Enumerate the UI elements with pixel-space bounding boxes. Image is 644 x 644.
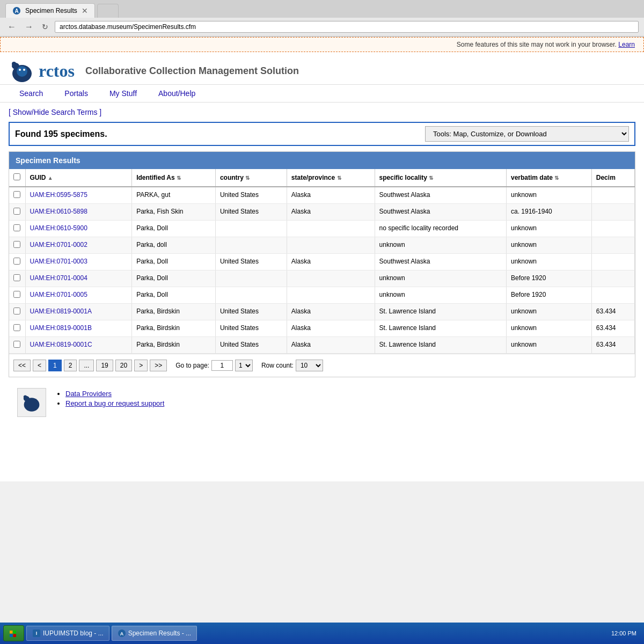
row-checkbox[interactable]: [13, 274, 20, 281]
row-count-select[interactable]: 10 25 50 100: [296, 360, 323, 371]
nav-my-stuff[interactable]: My Stuff: [99, 85, 148, 102]
col-decimal[interactable]: Decim: [591, 169, 634, 187]
row-specific-locality: St. Lawrence Island: [375, 320, 506, 337]
col-state-province[interactable]: state/province ⇅: [287, 169, 375, 187]
row-checkbox[interactable]: [13, 224, 20, 231]
guid-link[interactable]: UAM:EH:0701-0004: [30, 274, 87, 282]
back-button[interactable]: ←: [5, 21, 18, 33]
footer-bug-report-link[interactable]: Report a bug or request support: [65, 399, 164, 407]
row-guid: UAM:EH:0610-5898: [25, 204, 132, 221]
forward-button[interactable]: →: [23, 21, 35, 33]
table-row: UAM:EH:0819-0001A Parka, Birdskin United…: [9, 304, 635, 320]
col-guid[interactable]: GUID ▲: [25, 169, 132, 187]
last-page-button[interactable]: >>: [150, 360, 167, 371]
row-verbatim-date: unknown: [507, 304, 592, 320]
guid-link[interactable]: UAM:EH:0595-5875: [30, 191, 87, 199]
address-bar: ← → ↻: [0, 18, 644, 36]
row-state-province: [287, 237, 375, 254]
row-checkbox[interactable]: [13, 208, 20, 215]
page-19-button[interactable]: 19: [96, 360, 113, 371]
row-checkbox[interactable]: [13, 241, 20, 248]
page-20-button[interactable]: 20: [115, 360, 132, 371]
show-hide-link[interactable]: [ Show/Hide Search Terms ]: [9, 108, 101, 116]
guid-link[interactable]: UAM:EH:0701-0005: [30, 291, 87, 298]
first-page-button[interactable]: <<: [13, 360, 31, 371]
guid-link[interactable]: UAM:EH:0610-5898: [30, 208, 87, 215]
guid-link[interactable]: UAM:EH:0701-0003: [30, 258, 87, 265]
row-checkbox[interactable]: [13, 308, 20, 314]
svg-point-7: [23, 69, 25, 71]
svg-point-5: [17, 66, 27, 77]
row-specific-locality: Southwest Alaska: [375, 204, 506, 221]
new-tab-button[interactable]: [97, 4, 119, 18]
row-identified-as: Parka, Doll: [132, 221, 216, 237]
guid-link[interactable]: UAM:EH:0819-0001A: [30, 308, 92, 315]
row-checkbox-cell[interactable]: [9, 221, 25, 237]
page-select[interactable]: 1: [235, 360, 253, 371]
row-checkbox-cell[interactable]: [9, 320, 25, 337]
row-specific-locality: Southwest Alaska: [375, 254, 506, 270]
guid-link[interactable]: UAM:EH:0610-5900: [30, 224, 87, 232]
table-row: UAM:EH:0610-5900 Parka, Doll no specific…: [9, 221, 635, 237]
active-tab[interactable]: A Specimen Results ✕: [5, 3, 95, 18]
pagination: << < 1 2 ... 19 20 > >> Go to page: 1 Ro…: [9, 354, 635, 377]
row-checkbox-cell[interactable]: [9, 254, 25, 270]
footer-data-providers-link[interactable]: Data Providers: [65, 390, 112, 398]
row-checkbox-cell[interactable]: [9, 337, 25, 354]
table-row: UAM:EH:0819-0001B Parka, Birdskin United…: [9, 320, 635, 337]
logo-area: rctos: [9, 57, 75, 84]
page-1-button[interactable]: 1: [48, 360, 62, 371]
row-identified-as: Parka, doll: [132, 237, 216, 254]
row-guid: UAM:EH:0595-5875: [25, 187, 132, 204]
col-country[interactable]: country ⇅: [215, 169, 287, 187]
row-guid: UAM:EH:0701-0004: [25, 270, 132, 287]
row-checkbox[interactable]: [13, 341, 20, 348]
guid-link[interactable]: UAM:EH:0819-0001B: [30, 324, 92, 332]
footer: Data Providers Report a bug or request s…: [9, 383, 635, 422]
row-checkbox-cell[interactable]: [9, 287, 25, 304]
row-country: United States: [215, 204, 287, 221]
row-country: United States: [215, 304, 287, 320]
nav-portals[interactable]: Portals: [54, 85, 99, 102]
nav-about-help[interactable]: About/Help: [148, 85, 206, 102]
next-page-button[interactable]: >: [134, 360, 148, 371]
row-checkbox[interactable]: [13, 258, 20, 265]
col-specific-locality[interactable]: specific locality ⇅: [375, 169, 506, 187]
tab-close-button[interactable]: ✕: [82, 6, 88, 15]
reload-button[interactable]: ↻: [40, 21, 50, 32]
row-checkbox-cell[interactable]: [9, 204, 25, 221]
row-checkbox-cell[interactable]: [9, 237, 25, 254]
row-specific-locality: unknown: [375, 287, 506, 304]
table-row: UAM:EH:0701-0003 Parka, Doll United Stat…: [9, 254, 635, 270]
address-input[interactable]: [55, 21, 639, 33]
row-checkbox-cell[interactable]: [9, 304, 25, 320]
prev-page-button[interactable]: <: [33, 360, 46, 371]
guid-link[interactable]: UAM:EH:0701-0002: [30, 241, 87, 248]
select-all-checkbox[interactable]: [13, 173, 20, 180]
select-all-header[interactable]: [9, 169, 25, 187]
row-identified-as: Parka, Doll: [132, 287, 216, 304]
row-state-province: Alaska: [287, 187, 375, 204]
nav-search[interactable]: Search: [9, 85, 54, 102]
tab-favicon: A: [12, 6, 21, 15]
row-state-province: [287, 270, 375, 287]
row-guid: UAM:EH:0701-0005: [25, 287, 132, 304]
row-checkbox[interactable]: [13, 324, 20, 331]
table-header-bar: Specimen Results: [9, 152, 635, 169]
row-specific-locality: St. Lawrence Island: [375, 304, 506, 320]
row-country: [215, 221, 287, 237]
site-header: rctos Collaborative Collection Managemen…: [0, 52, 644, 85]
page-2-button[interactable]: 2: [64, 360, 77, 371]
row-specific-locality: no specific locality recorded: [375, 221, 506, 237]
row-count-label: Row count:: [261, 362, 294, 369]
tools-select[interactable]: Tools: Map, Customize, or Download: [425, 126, 629, 142]
go-to-input[interactable]: [211, 360, 233, 371]
row-checkbox-cell[interactable]: [9, 187, 25, 204]
guid-link[interactable]: UAM:EH:0819-0001C: [30, 341, 92, 348]
col-verbatim-date[interactable]: verbatim date ⇅: [507, 169, 592, 187]
row-checkbox-cell[interactable]: [9, 270, 25, 287]
row-checkbox[interactable]: [13, 191, 20, 198]
col-identified-as[interactable]: Identified As ⇅: [132, 169, 216, 187]
warning-learn-link[interactable]: Learn: [618, 41, 635, 48]
row-checkbox[interactable]: [13, 291, 20, 298]
